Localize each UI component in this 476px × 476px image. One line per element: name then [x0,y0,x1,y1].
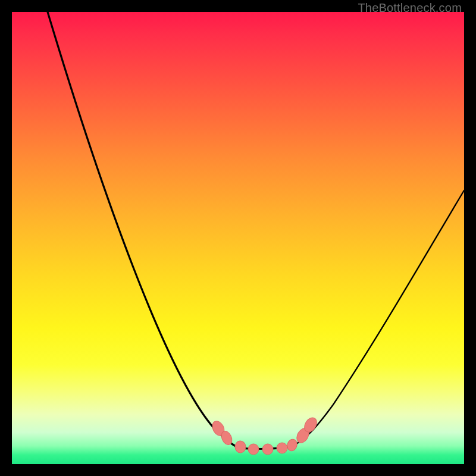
curve-right-branch [295,190,464,445]
curve-left-branch [48,12,237,447]
chart-frame: TheBottleneck.com [0,0,476,476]
marker-layer [210,415,320,455]
curve-marker [286,438,298,452]
curve-layer [48,12,464,449]
plot-area [12,12,464,464]
curve-marker [248,444,259,455]
bottleneck-curve-svg [12,12,464,464]
curve-marker [277,443,287,453]
curve-marker [234,440,246,453]
curve-marker [262,444,273,455]
